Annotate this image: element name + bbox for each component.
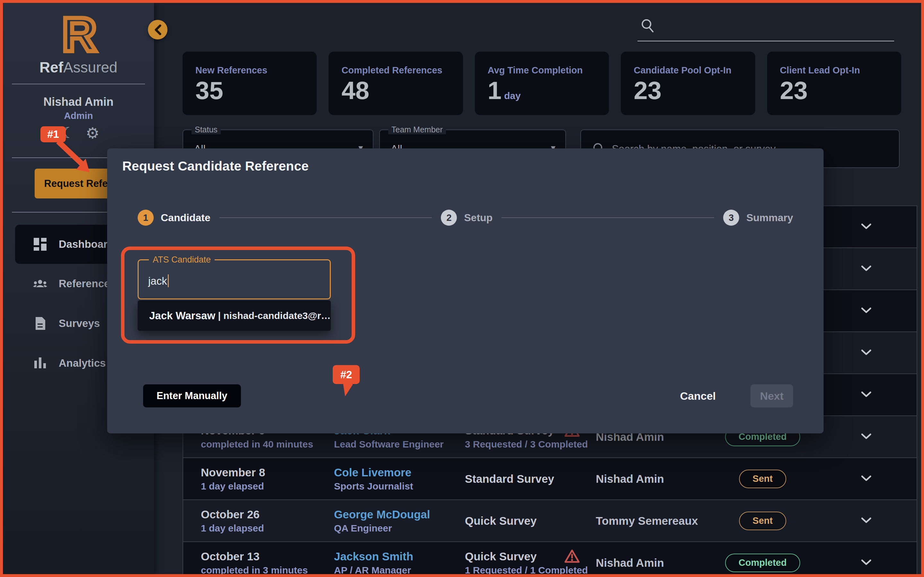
sidebar-item-label: Analytics [59, 357, 106, 369]
ats-candidate-value: jack [148, 275, 167, 287]
candidate-title: Sports Journalist [334, 481, 413, 492]
survey-progress: 1 Requested / 1 Completed [465, 565, 588, 576]
app-window: R RefAssured Nishad Amin Admin ☾ ⚙ Reque… [0, 0, 924, 577]
settings-gear-icon[interactable]: ⚙ [86, 124, 99, 142]
status-badge: Completed [725, 554, 800, 572]
next-button[interactable]: Next [750, 384, 793, 408]
suggestion-candidate-name: Jack Warsaw [149, 309, 215, 322]
step-2-label: Setup [464, 212, 493, 224]
expand-row-button[interactable] [861, 475, 872, 483]
candidate-title: Lead Software Engineer [334, 439, 444, 450]
ats-candidate-label: ATS Candidate [149, 255, 215, 265]
request-candidate-reference-dialog: Request Candidate Reference 1 Candidate … [107, 148, 824, 434]
user-role: Admin [3, 111, 154, 121]
table-row[interactable]: October 13 completed in 3 minutes Jackso… [183, 542, 917, 577]
dashboard-icon [33, 237, 47, 251]
candidate-title: AP / AR Manager [334, 565, 413, 576]
candidate-suggestion-item[interactable]: Jack Warsaw | nishad-candidate3@r… [137, 300, 331, 331]
analytics-bars-icon [33, 356, 47, 370]
expand-row-button[interactable] [861, 223, 872, 231]
references-people-icon [33, 277, 47, 291]
global-search-input[interactable] [638, 16, 894, 41]
status-badge: Sent [739, 470, 787, 488]
survey-progress: 3 Requested / 3 Completed [465, 439, 588, 450]
row-elapsed: 1 day elapsed [201, 523, 264, 534]
row-elapsed: 1 day elapsed [201, 481, 265, 492]
annotation-badge-2: #2 [333, 365, 360, 384]
expand-row-button[interactable] [861, 391, 872, 399]
candidate-name-link[interactable]: Cole Livemore [334, 466, 413, 479]
expand-row-button[interactable] [861, 265, 872, 273]
table-row[interactable]: November 8 1 day elapsed Cole Livemore S… [183, 458, 917, 500]
candidate-name-link[interactable]: Jackson Smith [334, 550, 413, 563]
chevron-left-icon [153, 24, 162, 35]
sidebar-collapse-button[interactable] [148, 20, 168, 39]
row-date: October 26 [201, 508, 264, 521]
text-cursor [168, 274, 169, 287]
row-elapsed: completed in 3 minutes [201, 565, 308, 576]
logo-r-icon: R [62, 12, 95, 57]
cancel-button[interactable]: Cancel [678, 384, 718, 408]
row-elapsed: completed in 40 minutes [201, 439, 313, 450]
table-row[interactable]: October 26 1 day elapsed George McDougal… [183, 500, 917, 542]
surveys-document-icon [33, 316, 47, 330]
annotation-badge-2-tail [340, 382, 353, 398]
expand-row-button[interactable] [861, 307, 872, 315]
status-filter-label: Status [192, 125, 221, 134]
dialog-title: Request Candidate Reference [122, 159, 309, 174]
step-1-circle: 1 [137, 210, 153, 226]
step-3-label: Summary [746, 212, 793, 224]
stat-card-new-references: New References 35 [183, 52, 317, 115]
stepper: 1 Candidate 2 Setup 3 Summary [137, 209, 793, 227]
annotation-badge-1: #1 [40, 126, 66, 142]
user-name: Nishad Amin [3, 95, 154, 109]
step-3-circle: 3 [723, 210, 739, 226]
app-title: RefAssured [3, 59, 154, 76]
survey-name: Quick Survey [465, 514, 537, 527]
sidebar-item-label: Surveys [59, 318, 100, 330]
step-connector [501, 218, 714, 218]
divider [12, 84, 145, 84]
step-connector [220, 218, 432, 218]
candidate-title: QA Engineer [334, 523, 430, 534]
expand-row-button[interactable] [861, 517, 872, 525]
status-badge: Sent [739, 512, 787, 530]
app-logo: R RefAssured [3, 12, 154, 76]
stat-card-candidate-pool-opt-in: Candidate Pool Opt-In 23 [621, 52, 755, 115]
row-date: November 8 [201, 466, 265, 479]
expand-row-button[interactable] [861, 559, 872, 567]
search-icon [640, 18, 656, 34]
stat-card-client-lead-opt-in: Client Lead Opt-In 23 [767, 52, 901, 115]
owner-name: Tommy Semereaux [596, 514, 698, 527]
warning-icon [564, 549, 580, 564]
survey-name: Standard Survey [465, 472, 554, 485]
step-1-label: Candidate [161, 212, 210, 224]
stat-card-completed-references: Completed References 48 [328, 52, 463, 115]
stats-row: New References 35 Completed References 4… [183, 52, 901, 115]
candidate-name-link[interactable]: George McDougal [334, 508, 430, 521]
owner-name: Nishad Amin [596, 556, 664, 569]
team-member-filter-label: Team Member [388, 125, 446, 134]
row-date: October 13 [201, 550, 308, 563]
stat-card-avg-time-completion: Avg Time Completion 1day [475, 52, 609, 115]
step-2-circle: 2 [441, 210, 457, 226]
expand-row-button[interactable] [861, 433, 872, 441]
owner-name: Nishad Amin [596, 472, 664, 485]
ats-candidate-input[interactable]: ATS Candidate jack [137, 259, 331, 300]
sidebar-item-label: Dashboard [59, 238, 114, 250]
suggestion-candidate-email: | nishad-candidate3@r… [215, 310, 330, 321]
expand-row-button[interactable] [861, 349, 872, 357]
enter-manually-button[interactable]: Enter Manually [143, 384, 241, 408]
